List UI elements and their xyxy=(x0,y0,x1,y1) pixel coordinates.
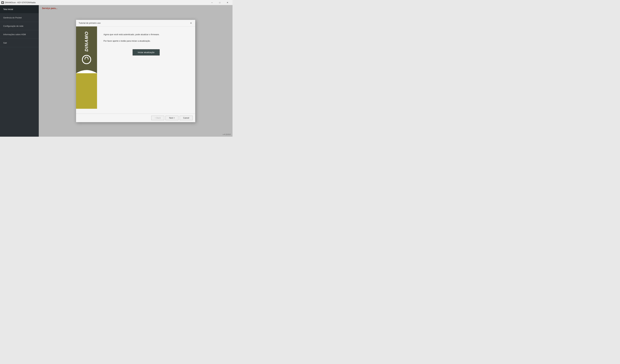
modal-header: Tutorial de primeiro uso ✕ xyxy=(76,20,195,27)
main-layout: Tela Inicial Gerência do Pocket Configur… xyxy=(0,5,232,137)
sidebar: Tela Inicial Gerência do Pocket Configur… xyxy=(0,5,39,137)
banner-dark-section: DINAMO xyxy=(76,27,97,67)
sidebar-item-configuracao-rede[interactable]: Configuração de rede xyxy=(0,22,39,30)
modal-close-button[interactable]: ✕ xyxy=(189,21,193,25)
iniciar-atualizacao-button[interactable]: Iniciar atualização xyxy=(133,49,160,56)
modal-overlay: Tutorial de primeiro uso ✕ DINAMO xyxy=(39,5,232,137)
content-area: Serviço para... v 4.13.0.0 Tutorial de p… xyxy=(39,5,232,137)
modal-image-panel: DINAMO xyxy=(76,27,97,114)
sidebar-item-sair[interactable]: Sair xyxy=(0,39,39,47)
modal-footer: < Back Next > Cancel xyxy=(76,114,195,122)
modal-body: DINAMO xyxy=(76,27,195,114)
modal-description-2: Por favor aperte o botão para iniciar a … xyxy=(104,39,189,43)
cancel-button[interactable]: Cancel xyxy=(180,116,193,120)
title-bar-text: DINAMOcon - KEY-STATION\Nadia xyxy=(5,1,35,4)
modal-title: Tutorial de primeiro uso xyxy=(79,22,101,24)
title-bar-left: DINAMOcon - KEY-STATION\Nadia xyxy=(1,1,35,4)
curve-svg xyxy=(76,67,97,73)
sidebar-item-tela-inicial[interactable]: Tela Inicial xyxy=(0,5,39,14)
sidebar-item-informacoes-hsm[interactable]: Informações sobre HSM xyxy=(0,30,39,39)
svg-point-1 xyxy=(82,55,91,64)
next-button[interactable]: Next > xyxy=(166,116,178,120)
title-bar: DINAMOcon - KEY-STATION\Nadia ─ □ ✕ xyxy=(0,0,232,5)
dinamo-circle-icon xyxy=(82,55,91,64)
modal-content-right: Agora que você está autenticado, pode at… xyxy=(97,27,195,114)
banner-green-section xyxy=(76,73,97,109)
svg-point-0 xyxy=(2,2,3,3)
banner-curve-section xyxy=(76,67,97,73)
dinamo-logo-text: DINAMO xyxy=(84,31,89,52)
modal-description-1: Agora que você está autenticado, pode at… xyxy=(104,33,189,36)
modal-dialog: Tutorial de primeiro uso ✕ DINAMO xyxy=(76,20,195,122)
close-button[interactable]: ✕ xyxy=(224,0,231,5)
minimize-button[interactable]: ─ xyxy=(208,0,216,5)
maximize-button[interactable]: □ xyxy=(216,0,223,5)
title-bar-controls: ─ □ ✕ xyxy=(208,0,231,5)
dinamo-banner: DINAMO xyxy=(76,27,97,109)
sidebar-item-gerencia-pocket[interactable]: Gerência do Pocket xyxy=(0,14,39,22)
app-icon xyxy=(1,1,4,4)
back-button[interactable]: < Back xyxy=(151,116,164,120)
